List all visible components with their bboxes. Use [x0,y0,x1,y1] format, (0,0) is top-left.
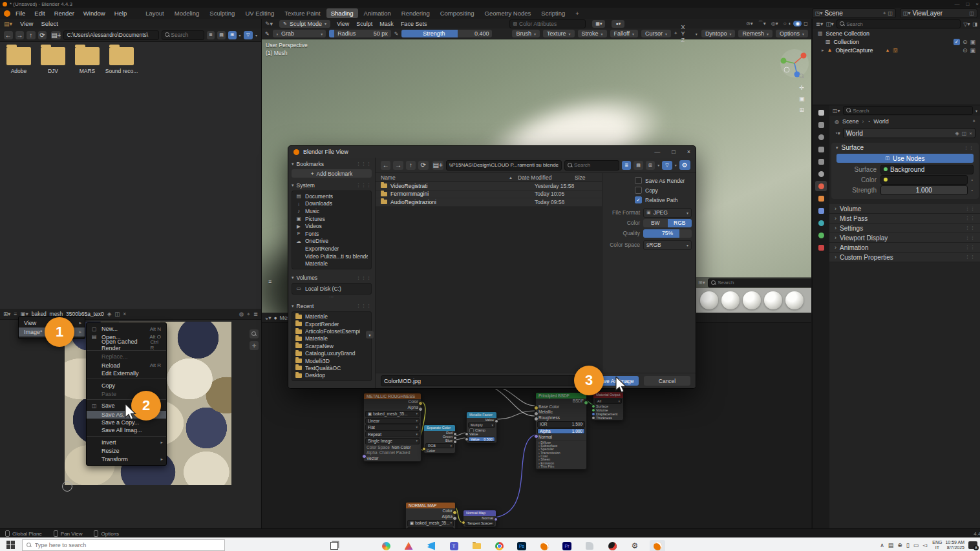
properties-search-field[interactable] [843,106,973,115]
design-app-icon[interactable] [401,540,416,551]
filter-icon[interactable]: ▽ [244,31,253,39]
tab-object[interactable] [815,193,827,203]
color-attributes-field[interactable]: ▨ Color Attributes [509,19,586,28]
brush-selector[interactable]: ◗ Grab▾ [273,30,326,37]
chevron-down-icon[interactable]: ▾ [239,33,241,37]
editor-type-icon[interactable]: ⊞▾ [3,311,10,317]
viewport-dropdown[interactable]: Brush▾ [512,30,540,37]
workspace-tab[interactable]: Modeling [170,8,204,18]
search-field[interactable] [162,30,204,40]
surface-shader-field[interactable]: Background [880,165,974,174]
taskbar-search-field[interactable] [22,539,225,551]
quality-slider[interactable]: 75% [643,229,692,238]
viewport-menu[interactable]: Mask [379,21,394,27]
mode-dropdown[interactable]: ✎ Sculpt Mode▾ [279,20,330,28]
minimize-icon[interactable]: — [954,1,959,7]
cancel-button[interactable]: Cancel [644,376,690,386]
properties-section[interactable]: Mist Pass⋮⋮ [829,214,980,224]
tab-physics[interactable] [815,230,827,240]
system-section-header[interactable]: ▾System⋮⋮⋮ [292,182,372,189]
blender-logo-icon[interactable] [4,10,10,17]
recent-options-icon[interactable]: ▾ [366,331,374,338]
hide-eye-icon[interactable]: ⊙ [963,47,968,54]
teams-icon[interactable]: T [446,540,462,551]
scene-selector[interactable]: ◳▾ Scene ⌖ ◫ [812,8,896,18]
display-detail-icon[interactable]: ≣ [622,161,631,170]
new-folder-icon[interactable]: ▤+ [432,161,443,170]
display-list-icon[interactable]: ≣ [207,31,215,39]
filter-icon[interactable]: ▽▾ [963,21,970,27]
node-separate-color[interactable]: Separate Color Red Green Blue RGB Color [423,424,456,453]
axis-toggles[interactable]: X Y Z [681,24,691,43]
workspace-tab[interactable]: Shading [326,8,358,18]
notification-icon[interactable]: 8 [968,541,977,549]
workspace-tab[interactable]: Texture Paint [280,8,325,18]
node-math-multiply[interactable]: Metallic Factor Value Multiply Clamp Val… [466,411,497,443]
node-normal-map[interactable]: Normal Map Normal Tangent Space [463,510,496,527]
tray-speaker-icon[interactable]: ◅ [922,542,927,548]
bookmark-item[interactable]: ▶ Videos [292,222,371,230]
tab-particles[interactable] [815,218,827,228]
forward-icon[interactable]: → [16,31,25,39]
outliner-filter-obj-icon[interactable]: ◫▾ [826,21,833,27]
chevron-down-icon[interactable]: ▾ [255,33,257,37]
copy-icon[interactable]: ◫ [888,10,893,16]
recent-item[interactable]: TestQualitàOC [292,364,371,371]
workspace-tab[interactable]: Compositing [436,8,479,18]
context-menu-item[interactable]: Invert [87,436,166,447]
file-format-dropdown[interactable]: ▣ JPEG ▾ [643,208,692,218]
editor-type-icon[interactable]: ▤▾ [4,21,12,27]
topbar-menu[interactable]: File [16,10,25,17]
topbar-menu[interactable]: Help [114,10,127,17]
clock[interactable]: 10:59 AM8/7/2025 [945,540,964,550]
recent-item[interactable]: Modelli3D [292,357,371,364]
recent-item[interactable]: Materiale [292,335,371,342]
tab-view-layer[interactable] [815,156,827,167]
recent-item[interactable]: ArticoloFotosetEsempi [292,327,371,335]
outliner-search-input[interactable] [846,21,957,27]
expand-icon[interactable]: ▸ [822,48,824,53]
parent-icon[interactable]: ↑ [27,31,36,39]
fake-user-icon[interactable]: ◈ [107,311,112,317]
brush-falloff-icon[interactable]: ●▾ [612,20,624,28]
display-list-icon[interactable]: ▤ [634,161,643,170]
zoom-icon[interactable] [250,329,259,338]
new-folder-icon[interactable]: ▤+ [51,31,61,39]
ortho-toggle-icon[interactable]: ⊞ [799,107,804,113]
pin-icon[interactable]: ⌖ [972,118,975,125]
back-icon[interactable]: ← [4,31,13,39]
strength-slider[interactable]: Strength 0.400 [401,30,492,37]
brush-thumbnail[interactable] [785,291,804,309]
tool-icon[interactable]: ✎ [265,31,270,37]
display-detail-icon[interactable]: ▤ [217,31,226,39]
topbar-menu[interactable]: Edit [34,10,45,17]
node-section[interactable]: › Thin Film [536,465,586,468]
volumes-section-header[interactable]: ▾Volumes⋮⋮⋮ [292,274,372,282]
notes-icon[interactable] [582,540,597,551]
properties-section[interactable]: Animation⋮⋮ [829,243,980,253]
workspace-tab[interactable]: Rendering [397,8,434,18]
disable-render-icon[interactable]: ▣ [970,39,975,45]
back-icon[interactable]: ← [381,161,390,170]
properties-section[interactable]: Viewport Display⋮⋮ [829,233,980,243]
tab-scene[interactable] [815,169,827,179]
column-date[interactable]: Date Modified [518,174,575,181]
surface-panel-header[interactable]: ▾ Surface ⋮⋮ [831,143,979,152]
shelf-catalog-icon[interactable]: ≡ [268,278,272,285]
properties-search-input[interactable] [853,108,970,114]
minimize-icon[interactable]: — [654,149,660,155]
dialog-path-input[interactable] [449,162,559,168]
workspace-tab[interactable]: Animation [359,8,396,18]
tray-display-icon[interactable]: ▭ [913,542,919,548]
unlink-icon[interactable]: × [123,311,126,317]
sort-asc-icon[interactable]: ▲ [509,176,513,180]
outliner-row-object[interactable]: ▸ ▲ ObjectCapture ▲ ▽ ⊙ ▣ [813,46,980,54]
file-browser-menu[interactable]: View [20,20,33,27]
bookmark-item[interactable]: ♪ Music [292,207,371,215]
context-menu-item[interactable]: Reload Alt R [87,362,166,369]
camera-view-icon[interactable]: ▣ [799,96,805,102]
breadcrumb-world[interactable]: World [873,118,888,125]
start-button[interactable] [6,541,15,549]
brush-thumbnail[interactable] [743,291,761,309]
tray-network-icon[interactable]: ⊕ [897,542,902,548]
